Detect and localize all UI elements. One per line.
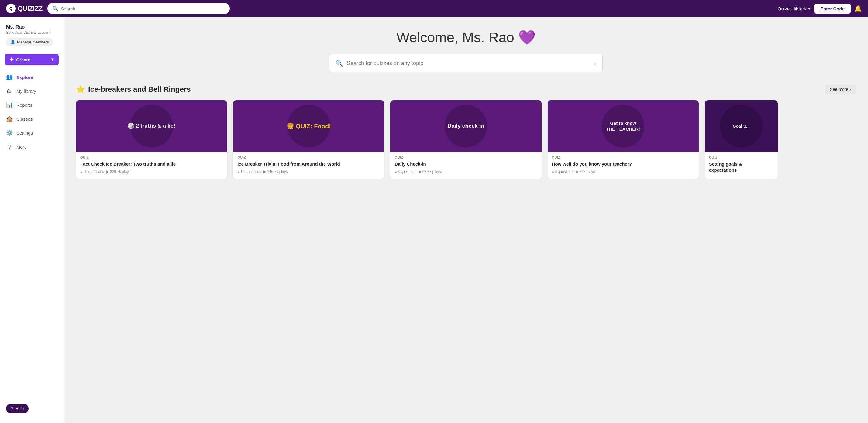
sidebar-item-explore-label: Explore (17, 75, 33, 80)
main-search-icon: 🔍 (336, 60, 343, 67)
card-meta-1: ≡ 10 questions ▶ 229.7k plays (80, 169, 223, 174)
plus-icon: ✚ (10, 57, 14, 62)
card-plays-1: ▶ 229.7k plays (106, 169, 130, 174)
create-chevron-icon: ▾ (51, 57, 54, 62)
sidebar-item-explore[interactable]: 👥 Explore (0, 70, 64, 84)
card-body-5: QUIZ Setting goals &expectations (705, 152, 778, 179)
card-plays-3: ▶ 63.3k plays (419, 169, 441, 174)
bell-icon[interactable]: 🔔 (854, 5, 862, 12)
cards-grid: 🎲 2 truths & a lie! QUIZ Fact Check Ice … (76, 100, 856, 179)
card-tag-5: QUIZ (709, 156, 773, 159)
settings-icon: ⚙️ (6, 129, 13, 136)
card-title-3: Daily Check-in (395, 161, 537, 167)
user-name: Ms. Rao (6, 24, 57, 30)
library-label: Quizizz library (778, 6, 806, 11)
quiz-card-5-partial[interactable]: Goal S... QUIZ Setting goals &expectatio… (705, 100, 778, 179)
top-search-bar[interactable]: 🔍 (48, 3, 230, 14)
card-thumbnail-5: Goal S... (705, 100, 778, 152)
card-plays-2: ▶ 146.7k plays (264, 169, 287, 174)
help-label: Help (16, 406, 24, 411)
create-button[interactable]: ✚ Create ▾ (5, 54, 59, 65)
more-chevron-icon: ∨ (6, 143, 13, 150)
card-thumbnail-3: Daily check-in (390, 100, 541, 152)
section-header: ⭐ Ice-breakers and Bell Ringers See more… (76, 85, 856, 94)
card-thumb-text-1: 🎲 2 truths & a lie! (125, 120, 178, 132)
sidebar-item-library-label: My library (17, 89, 36, 94)
heart-icon: 💜 (518, 30, 535, 45)
card-questions-2: ≡ 10 questions (237, 169, 261, 174)
sidebar-nav: 👥 Explore 🗂 My library 📊 Reports 🏫 Class… (0, 70, 64, 154)
help-icon: ? (11, 406, 13, 411)
card-title-2: Ice Breaker Trivia: Food from Around the… (237, 161, 380, 167)
card-questions-3: ≡ 3 questions (395, 169, 416, 174)
enter-code-button[interactable]: Enter Code (814, 4, 851, 14)
explore-icon: 👥 (6, 74, 13, 80)
card-thumb-text-3: Daily check-in (445, 120, 487, 132)
section-title-text: Ice-breakers and Bell Ringers (88, 85, 191, 94)
people-icon: 👤 (10, 40, 15, 44)
user-account-type: Schools & Districts account (6, 30, 57, 35)
nav-right: Quizizz library ▾ Enter Code 🔔 (778, 4, 862, 14)
user-section: Ms. Rao Schools & Districts account 👤 Ma… (0, 22, 64, 51)
sidebar-item-reports-label: Reports (17, 102, 33, 107)
library-dropdown[interactable]: Quizizz library ▾ (778, 6, 811, 11)
card-thumb-text-4: Get to knowTHE TEACHER! (603, 118, 643, 135)
reports-icon: 📊 (6, 101, 13, 108)
library-icon: 🗂 (6, 88, 13, 94)
section-title: ⭐ Ice-breakers and Bell Ringers (76, 85, 191, 94)
card-title-5: Setting goals &expectations (709, 161, 773, 173)
search-arrow-icon: › (594, 60, 596, 67)
sidebar-item-classes[interactable]: 🏫 Classes (0, 112, 64, 126)
card-body-4: QUIZ How well do you know your teacher? … (548, 152, 699, 177)
logo-icon: Q (6, 4, 16, 13)
chevron-down-icon: ▾ (808, 6, 811, 11)
sidebar-item-settings[interactable]: ⚙️ Settings (0, 126, 64, 140)
card-title-1: Fact Check Ice Breaker: Two truths and a… (80, 161, 223, 167)
card-plays-4: ▶ 84k plays (576, 169, 595, 174)
quiz-card-3[interactable]: Daily check-in QUIZ Daily Check-in ≡ 3 q… (390, 100, 541, 179)
sidebar-item-my-library[interactable]: 🗂 My library (0, 84, 64, 98)
card-questions-1: ≡ 10 questions (80, 169, 104, 174)
main-search-bar[interactable]: 🔍 › (329, 54, 603, 72)
section-star-icon: ⭐ (76, 85, 85, 94)
create-label: Create (16, 57, 30, 62)
quiz-card-1[interactable]: 🎲 2 truths & a lie! QUIZ Fact Check Ice … (76, 100, 227, 179)
card-thumbnail-4: Get to knowTHE TEACHER! (548, 100, 699, 152)
sidebar-bottom: ? Help (0, 399, 64, 418)
sidebar-item-more[interactable]: ∨ More (0, 140, 64, 154)
card-thumb-text-2: 🍔 QUIZ: Food! (284, 120, 333, 132)
sidebar-item-more-label: More (17, 144, 27, 150)
welcome-text: Welcome, Ms. Rao (396, 30, 514, 45)
logo[interactable]: Q QUIZIZZ (6, 4, 42, 13)
top-search-input[interactable] (61, 6, 225, 11)
see-more-label: See more (830, 87, 848, 92)
search-icon: 🔍 (52, 6, 58, 11)
sidebar: Ms. Rao Schools & Districts account 👤 Ma… (0, 17, 64, 423)
card-body-2: QUIZ Ice Breaker Trivia: Food from Aroun… (233, 152, 384, 177)
card-meta-2: ≡ 10 questions ▶ 146.7k plays (237, 169, 380, 174)
card-body-3: QUIZ Daily Check-in ≡ 3 questions ▶ 63.3… (390, 152, 541, 177)
classes-icon: 🏫 (6, 116, 13, 122)
card-tag-4: QUIZ (552, 156, 694, 159)
welcome-title: Welcome, Ms. Rao 💜 (76, 29, 856, 45)
top-navigation: Q QUIZIZZ 🔍 Quizizz library ▾ Enter Code… (0, 0, 868, 17)
card-thumb-text-5: Goal S... (730, 121, 752, 131)
card-tag-2: QUIZ (237, 156, 380, 159)
see-more-chevron-icon: › (849, 87, 851, 92)
card-thumbnail-2: 🍔 QUIZ: Food! (233, 100, 384, 152)
main-layout: Ms. Rao Schools & Districts account 👤 Ma… (0, 17, 868, 423)
card-title-4: How well do you know your teacher? (552, 161, 694, 167)
card-tag-3: QUIZ (395, 156, 537, 159)
main-search-input[interactable] (347, 60, 591, 67)
main-content: Welcome, Ms. Rao 💜 🔍 › ⭐ Ice-breakers an… (64, 17, 868, 423)
card-questions-4: ≡ 5 questions (552, 169, 574, 174)
quiz-card-2[interactable]: 🍔 QUIZ: Food! QUIZ Ice Breaker Trivia: F… (233, 100, 384, 179)
see-more-button[interactable]: See more › (825, 85, 856, 94)
help-button[interactable]: ? Help (6, 404, 29, 413)
manage-members-button[interactable]: 👤 Manage members (6, 38, 53, 46)
card-thumbnail-1: 🎲 2 truths & a lie! (76, 100, 227, 152)
quiz-card-4[interactable]: Get to knowTHE TEACHER! QUIZ How well do… (548, 100, 699, 179)
logo-text: QUIZIZZ (18, 5, 42, 12)
sidebar-item-reports[interactable]: 📊 Reports (0, 98, 64, 112)
card-body-1: QUIZ Fact Check Ice Breaker: Two truths … (76, 152, 227, 177)
